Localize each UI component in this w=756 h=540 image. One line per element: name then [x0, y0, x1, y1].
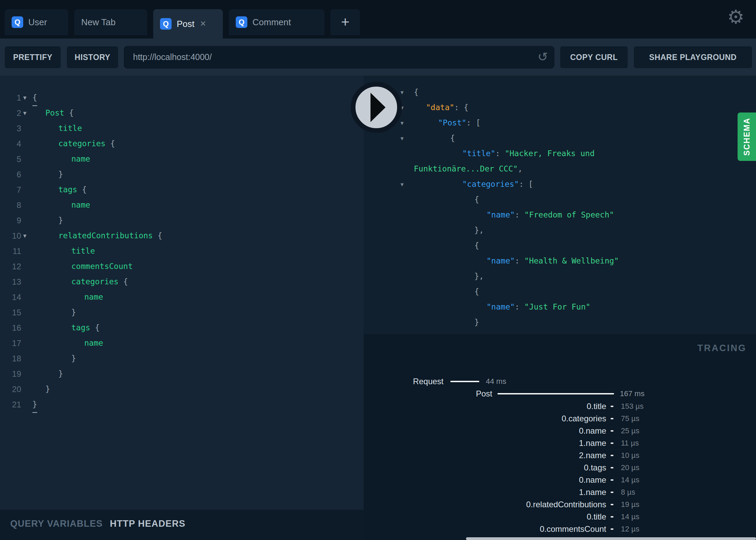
json-text: } — [475, 315, 479, 330]
response-line: Funktionäre...Der CCC", — [364, 161, 756, 177]
execute-play-button[interactable] — [351, 82, 402, 133]
query-editor[interactable]: 1▾{2▾Post {3title4categories {5name6}7ta… — [0, 76, 364, 510]
prettify-button[interactable]: PRETTIFY — [5, 46, 61, 68]
json-token: { — [475, 287, 479, 296]
tracing-resolver-row: 1.name11 µs — [364, 437, 756, 449]
schema-tab[interactable]: SCHEMA — [738, 112, 756, 161]
tracing-resolver-path: 0.relatedContributions — [526, 498, 606, 511]
tracing-span-row: Request44 ms — [364, 375, 756, 388]
tracing-resolver-time: 19 µs — [621, 498, 639, 511]
json-token: "Freedom of Speech" — [524, 210, 614, 219]
editor-line: 7tags { — [0, 182, 364, 197]
response-line: ▾"Post": [ — [364, 115, 756, 131]
response-line: "name": "Freedom of Speech" — [364, 207, 756, 223]
editor-line: 15} — [0, 305, 364, 320]
response-line: ▾{ — [364, 131, 756, 146]
line-number: 21 — [0, 397, 21, 412]
tracing-tick-bar — [611, 492, 613, 493]
new-tab-button[interactable]: + — [331, 9, 360, 35]
refresh-icon[interactable]: ↺ — [538, 50, 548, 64]
tracing-resolver-path: 0.categories — [562, 412, 606, 425]
collapse-arrow-icon[interactable]: ▾ — [401, 115, 404, 131]
plus-icon: + — [341, 14, 350, 30]
response-line: { — [364, 238, 756, 253]
json-text: ] — [450, 330, 455, 334]
tab-post[interactable]: QPost✕ — [153, 9, 223, 39]
code-token: { — [32, 93, 37, 102]
tracing-resolver-time: 14 µs — [621, 511, 639, 523]
line-number: 2 — [0, 105, 21, 121]
editor-line: 21} — [0, 397, 364, 412]
http-headers-tab[interactable]: HTTP HEADERS — [110, 519, 186, 529]
line-number: 4 — [0, 136, 21, 151]
json-token: "categories" — [462, 180, 519, 189]
json-token: : [ — [466, 118, 481, 127]
collapse-arrow-icon[interactable]: ▾ — [401, 131, 404, 146]
history-button[interactable]: HISTORY — [67, 46, 118, 68]
collapse-arrow-icon[interactable]: ▾ — [401, 177, 404, 192]
json-text: }, — [475, 269, 484, 284]
query-badge: Q — [236, 16, 247, 28]
tracing-tick-bar — [611, 528, 613, 530]
url-input[interactable]: http://localhost:4000/ ↺ — [124, 46, 554, 69]
json-token: "Hacker, Freaks und — [505, 149, 595, 158]
line-number: 10 — [0, 228, 21, 243]
query-variables-tab[interactable]: QUERY VARIABLES — [10, 519, 103, 529]
json-text: "Post": [ — [438, 115, 481, 131]
tab-new-tab[interactable]: New Tab — [74, 9, 147, 35]
tracing-resolver-row: 0.categories75 µs — [364, 412, 756, 425]
horizontal-scrollbar[interactable] — [466, 537, 756, 540]
code-token: } — [71, 308, 76, 317]
code-token: } — [58, 170, 63, 179]
tracing-tick-bar — [611, 406, 613, 407]
tracing-resolver-time: 25 µs — [621, 425, 639, 437]
code-text: Post { — [45, 105, 74, 121]
code-text: name — [71, 151, 90, 167]
chevron-down-icon[interactable]: ▾ — [23, 105, 27, 121]
code-token: Post — [45, 108, 64, 117]
collapse-arrow-icon[interactable]: ▾ — [401, 85, 404, 100]
line-number: 11 — [0, 243, 21, 259]
chevron-down-icon[interactable]: ▾ — [23, 90, 27, 105]
code-text: categories { — [71, 274, 128, 289]
close-icon[interactable]: ✕ — [200, 20, 206, 28]
tab-user[interactable]: QUser — [5, 9, 68, 35]
json-token: { — [475, 241, 479, 250]
code-token: } — [71, 354, 76, 363]
editor-line: 12commentsCount — [0, 259, 364, 274]
editor-line: 6} — [0, 167, 364, 182]
code-token: { — [64, 108, 74, 117]
response-line: ▾{ — [364, 85, 756, 100]
json-text: "name": "Just For Fun" — [486, 299, 591, 315]
code-token: { — [153, 231, 162, 240]
response-line: "title": "Hacker, Freaks und — [364, 146, 756, 161]
settings-gear-icon[interactable]: ⚙ — [725, 5, 746, 28]
json-text: "categories": [ — [462, 177, 533, 192]
code-text: commentsCount — [71, 259, 133, 274]
json-token: "data" — [426, 103, 454, 112]
code-token: } — [58, 216, 63, 225]
tab-label: Comment — [252, 17, 291, 28]
json-token: }, — [475, 226, 484, 235]
share-playground-button[interactable]: SHARE PLAYGROUND — [634, 46, 752, 68]
tracing-tick-bar — [611, 479, 613, 481]
json-text: { — [450, 131, 455, 146]
line-number: 8 — [0, 197, 21, 213]
line-number: 7 — [0, 182, 21, 197]
chevron-down-icon[interactable]: ▾ — [23, 228, 27, 243]
copy-curl-button[interactable]: COPY CURL — [560, 46, 628, 68]
json-text: }, — [475, 223, 484, 238]
graphql-playground-window: QUserNew TabQPost✕QComment + ⚙ PRETTIFY … — [0, 0, 756, 540]
json-token: "name" — [486, 302, 515, 311]
code-token: { — [77, 185, 87, 194]
query-editor-lines: 1▾{2▾Post {3title4categories {5name6}7ta… — [0, 76, 364, 412]
tracing-title: TRACING — [697, 343, 746, 354]
response-lines: ▾{▾"data": {▾"Post": [▾{"title": "Hacker… — [364, 76, 756, 334]
tab-comment[interactable]: QComment — [229, 9, 324, 35]
tracing-resolver-time: 75 µs — [621, 412, 639, 425]
tracing-resolver-row: 0.name25 µs — [364, 425, 756, 437]
line-number: 6 — [0, 167, 21, 182]
json-token: Funktionäre...Der CCC" — [414, 164, 518, 173]
code-token: categories — [58, 139, 105, 148]
code-text: } — [71, 305, 76, 320]
